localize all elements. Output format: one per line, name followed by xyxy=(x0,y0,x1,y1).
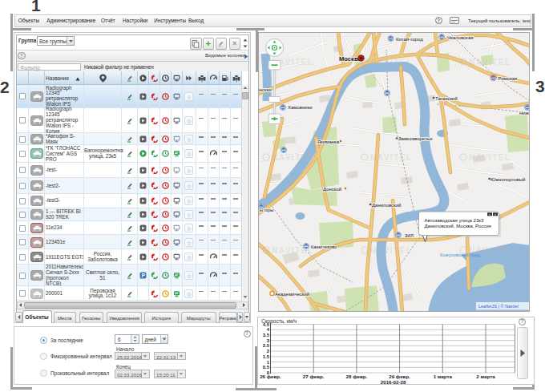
svg-text:NAVITEL: NAVITEL xyxy=(469,58,511,67)
svg-text:Таганский: Таганский xyxy=(435,96,458,101)
svg-text:Даниловский: Даниловский xyxy=(372,203,401,208)
svg-text:Китай-город: Китай-город xyxy=(396,37,423,42)
svg-text:Канатчиково: Канатчиково xyxy=(311,244,337,249)
svg-text:енская: енская xyxy=(258,87,271,92)
svg-text:LeafletJS | © Navitel: LeafletJS | © Navitel xyxy=(478,304,519,309)
svg-text:2016-02-28: 2016-02-28 xyxy=(381,378,406,384)
svg-text:2.5: 2.5 xyxy=(263,343,270,348)
svg-text:Академический: Академический xyxy=(275,292,309,297)
svg-text:NAVITEL: NAVITEL xyxy=(370,246,413,255)
svg-text:Автозаводская улица 23к3: Автозаводская улица 23к3 xyxy=(425,218,484,223)
svg-text:NAVITEL: NAVITEL xyxy=(370,153,413,162)
svg-text:3.5: 3.5 xyxy=(263,332,270,337)
svg-text:Кожуховский пруд: Кожуховский пруд xyxy=(440,253,481,257)
svg-text:0.5: 0.5 xyxy=(263,365,270,370)
svg-text:27 февр.: 27 февр. xyxy=(303,374,325,379)
svg-text:Даниловский, Москва, Россия: Даниловский, Москва, Россия xyxy=(425,224,491,228)
svg-text:1 марта: 1 марта xyxy=(434,374,453,379)
svg-text:Хамовники: Хамовники xyxy=(288,105,313,110)
svg-text:28 февр.: 28 февр. xyxy=(346,374,368,379)
svg-text:1.5: 1.5 xyxy=(263,354,270,358)
svg-text:NAVITEL: NAVITEL xyxy=(272,153,314,162)
svg-text:4: 4 xyxy=(267,327,270,332)
svg-text:Замоскворечье: Замоскворечье xyxy=(398,136,433,141)
svg-text:2: 2 xyxy=(267,349,270,354)
svg-text:ЗИЛ: ЗИЛ xyxy=(405,233,414,238)
svg-text:Ниж: Ниж xyxy=(519,111,529,115)
svg-text:NAVITEL: NAVITEL xyxy=(370,58,413,67)
svg-text:Чкаловская: Чкаловская xyxy=(447,35,473,40)
svg-text:26 февр.: 26 февр. xyxy=(260,374,281,379)
svg-text:Римская: Римская xyxy=(499,76,518,81)
svg-text:1: 1 xyxy=(267,359,270,364)
svg-text:Якиманка: Якиманка xyxy=(317,139,340,144)
svg-text:Донской: Донской xyxy=(323,187,341,192)
svg-text:4.5: 4.5 xyxy=(263,321,270,326)
svg-text:↖: ↖ xyxy=(489,213,491,216)
svg-text:3: 3 xyxy=(267,337,270,342)
svg-text:Южнопортовый: Южнопортовый xyxy=(490,177,525,182)
svg-text:ы горы: ы горы xyxy=(260,208,273,212)
svg-text:2 марта: 2 марта xyxy=(476,374,495,379)
svg-text:NAVITEL: NAVITEL xyxy=(469,153,511,162)
